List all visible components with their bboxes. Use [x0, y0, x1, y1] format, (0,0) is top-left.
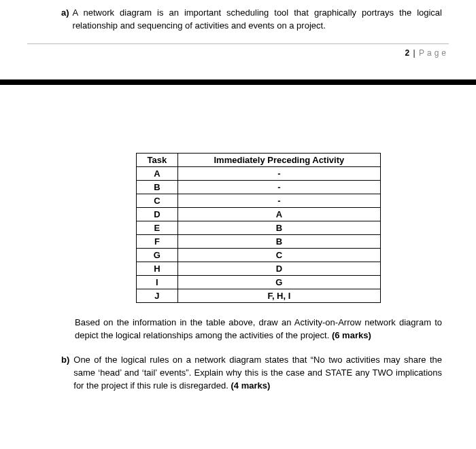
question-b-label: b)	[61, 354, 69, 393]
header-preceding: Immediately Preceding Activity	[177, 153, 380, 166]
cell-task: F	[137, 234, 178, 248]
cell-preceding: B	[177, 221, 380, 234]
cell-task: E	[137, 221, 178, 234]
question-b-marks: (4 marks)	[231, 380, 271, 391]
table-row: DA	[137, 207, 381, 221]
page-top: a) A network diagram is an important sch…	[0, 0, 476, 37]
cell-task: G	[137, 248, 178, 262]
header-task: Task	[137, 153, 178, 166]
cell-preceding: -	[177, 166, 380, 180]
cell-preceding: -	[177, 194, 380, 207]
cell-preceding: A	[177, 207, 380, 221]
cell-task: J	[137, 289, 178, 302]
question-a: a) A network diagram is an important sch…	[61, 7, 442, 33]
question-a-instruction-text: Based on the information in the table ab…	[75, 317, 442, 340]
page-number-row: 2 | Page	[27, 43, 449, 58]
table-row: C-	[137, 194, 381, 207]
page-number-value: 2	[405, 48, 409, 58]
question-a-instruction: Based on the information in the table ab…	[75, 317, 442, 342]
page-bottom: Task Immediately Preceding Activity A-B-…	[0, 85, 476, 413]
cell-task: I	[137, 275, 178, 289]
table-row: JF, H, I	[137, 289, 381, 302]
question-a-label: a)	[61, 7, 69, 33]
cell-preceding: C	[177, 248, 380, 262]
table-row: EB	[137, 221, 381, 234]
table-row: IG	[137, 275, 381, 289]
question-a-text: A network diagram is an important schedu…	[73, 7, 442, 33]
question-a-marks: (6 marks)	[332, 330, 371, 340]
cell-task: D	[137, 207, 178, 221]
table-row: B-	[137, 180, 381, 194]
cell-preceding: F, H, I	[177, 289, 380, 302]
activity-table: Task Immediately Preceding Activity A-B-…	[136, 153, 381, 303]
page-number-word: Page	[419, 48, 449, 58]
cell-preceding: -	[177, 180, 380, 194]
table-row: HD	[137, 262, 381, 275]
cell-task: C	[137, 194, 178, 207]
cell-preceding: B	[177, 234, 380, 248]
question-b-text: One of the logical rules on a network di…	[73, 354, 442, 393]
cell-preceding: D	[177, 262, 380, 275]
table-row: GC	[137, 248, 381, 262]
table-row: A-	[137, 166, 381, 180]
table-row: FB	[137, 234, 381, 248]
page-number-sep: |	[412, 48, 417, 58]
question-b: b) One of the logical rules on a network…	[61, 354, 442, 393]
cell-task: B	[137, 180, 178, 194]
table-header-row: Task Immediately Preceding Activity	[137, 153, 381, 166]
cell-task: H	[137, 262, 178, 275]
cell-preceding: G	[177, 275, 380, 289]
cell-task: A	[137, 166, 178, 180]
page-break-band	[0, 73, 476, 85]
